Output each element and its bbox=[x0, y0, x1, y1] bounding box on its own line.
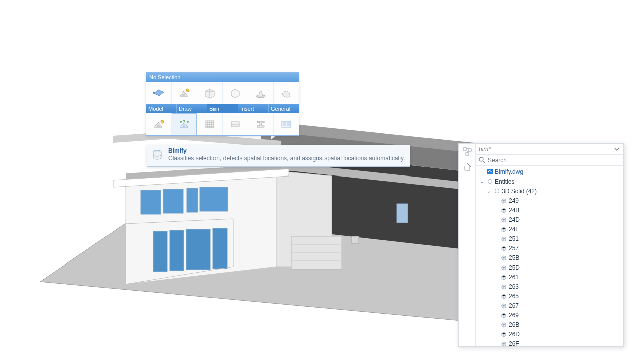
solid-icon bbox=[500, 340, 507, 347]
hatch1-icon[interactable] bbox=[197, 113, 223, 135]
bim-icon[interactable] bbox=[197, 82, 223, 104]
svg-marker-4 bbox=[126, 163, 502, 194]
building-icon[interactable] bbox=[146, 113, 172, 135]
tree-solids[interactable]: ⌄3D Solid (42) bbox=[477, 186, 622, 196]
tree-node-label: 269 bbox=[509, 312, 519, 319]
svg-marker-5 bbox=[126, 171, 276, 284]
tree-node-label: 24F bbox=[509, 226, 519, 233]
filter-input[interactable] bbox=[478, 145, 612, 154]
svg-rect-9 bbox=[163, 189, 183, 213]
tree-node-label: 257 bbox=[509, 245, 519, 252]
tree-node-label: 26F bbox=[509, 340, 519, 347]
svg-rect-39 bbox=[287, 122, 290, 126]
room-icon[interactable] bbox=[274, 113, 299, 135]
tree-item[interactable]: 25B bbox=[477, 253, 622, 262]
tab-general[interactable]: General bbox=[269, 104, 299, 113]
tree-node-label: 26D bbox=[509, 331, 520, 338]
svg-rect-31 bbox=[183, 125, 185, 127]
solid-icon bbox=[500, 283, 507, 290]
svg-rect-29 bbox=[157, 125, 160, 127]
search-input[interactable] bbox=[488, 156, 621, 165]
svg-point-34 bbox=[187, 121, 189, 123]
svg-rect-38 bbox=[283, 122, 286, 126]
model-icon[interactable] bbox=[146, 82, 172, 104]
tree-item[interactable]: 26D bbox=[477, 329, 622, 339]
draw-icon[interactable] bbox=[172, 82, 197, 104]
tree-item[interactable]: 251 bbox=[477, 234, 622, 243]
svg-rect-10 bbox=[187, 188, 198, 212]
tree-item[interactable]: 25D bbox=[477, 262, 622, 272]
svg-marker-6 bbox=[276, 171, 332, 267]
tree-node-label: 251 bbox=[509, 235, 519, 242]
structure-tree[interactable]: Bimify.dwg⌄Entities⌄3D Solid (42)24924B2… bbox=[476, 166, 623, 346]
tree-item[interactable]: 269 bbox=[477, 310, 622, 320]
insert-icon[interactable] bbox=[223, 82, 248, 104]
tree-item[interactable]: 261 bbox=[477, 272, 622, 282]
tree-item[interactable]: 249 bbox=[477, 196, 622, 205]
solid-icon bbox=[500, 235, 507, 242]
solid-icon bbox=[500, 216, 507, 223]
ibeam-icon[interactable] bbox=[248, 113, 274, 135]
bimify-icon[interactable] bbox=[172, 113, 197, 135]
solid-icon bbox=[500, 312, 507, 319]
tree-item[interactable]: 24D bbox=[477, 215, 622, 224]
hatch2-icon[interactable] bbox=[223, 113, 248, 135]
bimify-tooltip: Bimify Classifies selection, detects spa… bbox=[147, 145, 410, 167]
extras-icon[interactable] bbox=[274, 82, 299, 104]
svg-rect-12 bbox=[153, 231, 167, 272]
group-icon bbox=[493, 188, 500, 195]
home-icon[interactable] bbox=[461, 161, 473, 173]
tree-node-label: 267 bbox=[509, 302, 519, 309]
svg-rect-14 bbox=[186, 229, 210, 270]
structure-tree-icon[interactable] bbox=[461, 146, 473, 158]
general-icon[interactable] bbox=[248, 82, 274, 104]
svg-rect-13 bbox=[170, 230, 184, 271]
solid-icon bbox=[500, 226, 507, 233]
tree-entities[interactable]: ⌄Entities bbox=[477, 177, 622, 186]
group-icon bbox=[486, 178, 493, 185]
svg-rect-46 bbox=[487, 169, 493, 174]
svg-rect-21 bbox=[352, 236, 359, 243]
solid-icon bbox=[500, 254, 507, 261]
tree-node-label: 25D bbox=[509, 264, 520, 271]
tab-bim[interactable]: Bim bbox=[207, 104, 238, 113]
svg-rect-8 bbox=[141, 190, 161, 214]
svg-rect-11 bbox=[200, 187, 228, 211]
tree-node-label: 263 bbox=[509, 283, 519, 290]
tree-node-label: 24D bbox=[509, 216, 520, 223]
svg-rect-26 bbox=[182, 94, 185, 96]
tree-item[interactable]: 24B bbox=[477, 205, 622, 215]
solid-icon bbox=[500, 331, 507, 338]
tab-model[interactable]: Model bbox=[146, 104, 177, 113]
tree-node-label: 24B bbox=[509, 207, 519, 214]
search-icon bbox=[478, 156, 486, 164]
tree-item[interactable]: 26B bbox=[477, 320, 622, 329]
svg-line-45 bbox=[483, 161, 485, 163]
tree-node-label: Entities bbox=[495, 178, 514, 185]
tree-item[interactable]: 265 bbox=[477, 291, 622, 301]
svg-point-27 bbox=[186, 89, 189, 92]
svg-marker-16 bbox=[126, 219, 233, 284]
solid-icon bbox=[500, 293, 507, 300]
svg-rect-41 bbox=[463, 148, 466, 150]
tree-item[interactable]: 263 bbox=[477, 282, 622, 291]
tree-node-label: 249 bbox=[509, 197, 519, 204]
tree-root[interactable]: Bimify.dwg bbox=[477, 167, 622, 177]
quad-icon-row-1 bbox=[146, 82, 299, 104]
tree-item[interactable]: 257 bbox=[477, 243, 622, 253]
tree-item[interactable]: 24F bbox=[477, 224, 622, 234]
structure-browser: Bimify.dwg⌄Entities⌄3D Solid (42)24924B2… bbox=[458, 143, 624, 347]
quad-title: No Selection bbox=[146, 73, 299, 82]
solid-icon bbox=[500, 245, 507, 252]
tooltip-title: Bimify bbox=[168, 147, 405, 154]
svg-point-32 bbox=[180, 121, 182, 123]
tree-item[interactable]: 267 bbox=[477, 301, 622, 310]
tab-insert[interactable]: Insert bbox=[238, 104, 269, 113]
dwg-file-icon bbox=[486, 168, 493, 175]
tab-draw[interactable]: Draw bbox=[177, 104, 207, 113]
svg-point-30 bbox=[161, 120, 164, 123]
tree-node-label: 261 bbox=[509, 274, 519, 281]
tree-item[interactable]: 26F bbox=[477, 339, 622, 346]
svg-point-47 bbox=[488, 180, 492, 184]
filter-dropdown-icon[interactable] bbox=[612, 145, 621, 154]
